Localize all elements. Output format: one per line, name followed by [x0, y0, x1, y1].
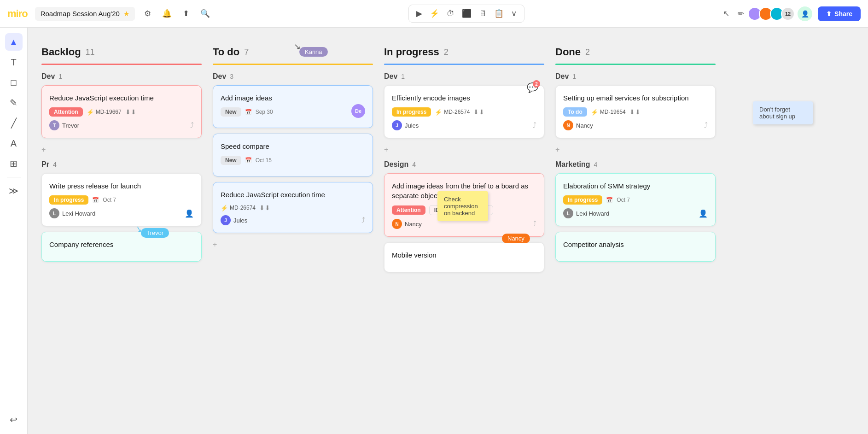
card-date: 📅 Sep 30: [245, 109, 273, 115]
sidebar-item-more[interactable]: ≫: [5, 182, 23, 199]
sidebar-item-line[interactable]: ╱: [5, 114, 23, 132]
calendar-icon: 📅: [92, 197, 99, 203]
share-card-icon[interactable]: ⤴: [704, 121, 708, 129]
section-done-marketing: Marketing 4: [555, 160, 716, 169]
column-line-inprogress: [384, 64, 544, 65]
share-card-icon[interactable]: ⤴: [533, 121, 536, 129]
notes-icon[interactable]: 📋: [492, 7, 506, 20]
assignee: L Lexi Howard: [563, 208, 609, 218]
section-count-done-marketing: 4: [594, 161, 598, 168]
more-icon[interactable]: ∨: [509, 7, 518, 20]
star-icon[interactable]: ★: [123, 10, 129, 18]
card-title: Elaboration of SMM strategy: [563, 181, 708, 191]
card-smm-strategy[interactable]: Elaboration of SMM strategy In progress …: [555, 173, 716, 226]
add-todo-item[interactable]: +: [213, 239, 373, 251]
share-card-icon[interactable]: 👤: [699, 209, 708, 218]
lightning-icon[interactable]: ⚡: [428, 7, 441, 20]
date-value: Oct 15: [256, 157, 272, 164]
date-value: Oct 7: [103, 197, 116, 203]
board-title-container[interactable]: Roadmap Session Aug'20 ★: [35, 7, 135, 21]
md-badge: ⚡ MD-19654: [591, 109, 626, 116]
assignee-name: Lexi Howard: [62, 210, 95, 217]
settings-icon[interactable]: ⚙: [142, 7, 153, 20]
column-header-inprogress: In progress 2: [384, 46, 544, 58]
pen-icon[interactable]: ✏: [736, 7, 746, 20]
md-number: MD-26574: [444, 109, 470, 115]
add-inprogress-dev-item[interactable]: +: [384, 144, 544, 156]
user-avatar[interactable]: 👤: [797, 6, 813, 22]
card-title: Company references: [49, 240, 194, 249]
md-number: MD-19654: [600, 109, 626, 115]
share-card-icon[interactable]: 👤: [185, 209, 194, 218]
card-reduce-js[interactable]: Reduce JavaScript execution time Attenti…: [41, 85, 202, 138]
section-count-todo-dev: 3: [230, 73, 233, 80]
assignee-name: Nancy: [405, 221, 422, 228]
card-encode-images[interactable]: 💬 2 Efficiently encode images In progres…: [384, 85, 544, 138]
section-title-inprogress-dev: Dev: [384, 72, 397, 81]
card-email-services[interactable]: Setting up email services for subscripti…: [555, 85, 716, 138]
sidebar-item-cursor[interactable]: ▲: [5, 33, 23, 51]
card-date: 📅 Oct 15: [245, 157, 272, 164]
card-date: 📅 Oct 7: [606, 197, 630, 203]
assignee-name: Jules: [233, 217, 247, 224]
card-competitor-analysis[interactable]: Competitor analysis: [555, 232, 716, 262]
card-title: Speed compare: [221, 141, 365, 151]
sidebar-item-draw[interactable]: ✎: [5, 94, 23, 111]
section-count-inprogress-design: 4: [412, 161, 416, 168]
notifications-icon[interactable]: 🔔: [160, 7, 174, 20]
card-date: 📅 Oct 7: [92, 197, 116, 203]
sidebar-item-undo[interactable]: ↩: [5, 411, 23, 428]
card-tags: In progress ⚡ MD-26574 ⬇⬇: [392, 107, 536, 117]
share-button[interactable]: ⬆ Share: [818, 6, 861, 21]
card-speed-compare[interactable]: Speed compare New 📅 Oct 15: [213, 134, 373, 176]
column-title-done: Done: [555, 46, 581, 58]
column-header-backlog: Backlog 11: [41, 46, 202, 58]
tag-inprogress: In progress: [49, 195, 88, 205]
card-title: Reduce JavaScript execution time: [221, 190, 365, 199]
share-card-icon[interactable]: ⤴: [361, 216, 365, 224]
card-title: Efficiently encode images: [392, 93, 536, 103]
sidebar-item-text[interactable]: T: [5, 53, 23, 71]
card-add-image-ideas[interactable]: Add image ideas De New 📅 Sep 30: [213, 85, 373, 128]
card-mobile-version[interactable]: Mobile version: [384, 242, 544, 272]
calendar-icon: 📅: [606, 197, 613, 203]
sidebar-item-shapes[interactable]: □: [5, 74, 23, 91]
section-inprogress-design: Design 4: [384, 160, 544, 169]
forward-icon[interactable]: ▶: [414, 7, 424, 20]
card-tags: New 📅 Sep 30: [221, 107, 365, 117]
share-card-icon[interactable]: ⤴: [533, 220, 536, 228]
tag-new: New: [221, 156, 241, 165]
section-done-dev: Dev 1: [555, 72, 716, 81]
cursor-icon[interactable]: ↖: [721, 7, 731, 20]
frame-icon[interactable]: ⬛: [460, 7, 473, 20]
assignee-avatar: L: [563, 208, 573, 218]
tag-new: New: [221, 107, 241, 117]
card-press-release[interactable]: Write press release for launch In progre…: [41, 173, 202, 226]
assignee-avatar: T: [49, 120, 59, 130]
add-dev-item[interactable]: +: [41, 144, 202, 156]
column-line-backlog: [41, 64, 202, 65]
sidebar-item-sticky[interactable]: A: [5, 135, 23, 152]
add-icon: +: [384, 146, 388, 154]
share-card-icon[interactable]: ⤴: [190, 121, 194, 129]
screen-icon[interactable]: 🖥: [477, 7, 489, 20]
miro-logo: miro: [7, 8, 28, 20]
assignee-avatar: N: [392, 219, 402, 229]
share-upload-icon[interactable]: ⬆: [181, 7, 191, 20]
card-tags: To do ⚡ MD-19654 ⬇⬇: [563, 107, 708, 117]
assignee: L Lexi Howard: [49, 208, 95, 218]
assignee: N Nancy: [563, 120, 593, 130]
section-count-done-dev: 1: [572, 73, 576, 80]
search-icon[interactable]: 🔍: [198, 7, 212, 20]
timer-icon[interactable]: ⏱: [445, 7, 456, 20]
priority-icon: ⬇⬇: [259, 204, 270, 211]
column-count-backlog: 11: [86, 47, 95, 57]
card-company-references[interactable]: Company references: [41, 232, 202, 262]
md-badge: ⚡ MD-26574: [221, 205, 256, 211]
assignee-avatar: J: [221, 215, 231, 225]
sticky-note-dont-forget: Don't forget about sign up: [753, 101, 813, 124]
add-done-dev-item[interactable]: +: [555, 144, 716, 156]
column-title-inprogress: In progress: [384, 46, 439, 58]
card-reduce-js-todo[interactable]: Reduce JavaScript execution time ⚡ MD-26…: [213, 182, 373, 233]
sidebar-item-frames[interactable]: ⊞: [5, 155, 23, 172]
